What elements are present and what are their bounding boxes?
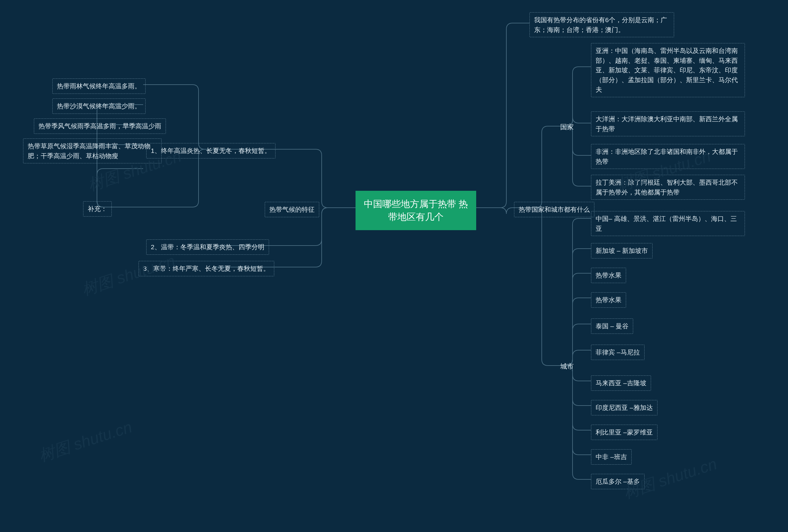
city-9[interactable]: 中非 –班吉 [591,449,632,465]
city-3[interactable]: 热带水果 [591,292,626,308]
branch-countries-cities[interactable]: 热带国家和城市都有什么 [514,202,594,217]
cities-label[interactable]: 城市 [560,362,574,371]
mindmap-canvas: 中国哪些地方属于热带 热带地区有几个 热带气候的特征 1、终年高温炎热、长夏无冬… [0,0,788,532]
country-latin[interactable]: 拉丁美洲：除了阿根廷、智利大部、墨西哥北部不属于热带外，其他都属于热带 [591,175,745,200]
watermark: 树图 shutu.cn [36,416,135,467]
branch-climate[interactable]: 热带气候的特征 [265,202,319,217]
supplement-1[interactable]: 热带雨林气候终年高温多雨。 [52,79,145,94]
city-10[interactable]: 厄瓜多尔 –基多 [591,474,645,489]
supplement-2[interactable]: 热带沙漠气候终年高温少雨。 [52,99,145,114]
climate-item-3[interactable]: 3、寒带：终年严寒、长冬无夏，春秋短暂。 [139,261,274,276]
country-africa[interactable]: 非洲：非洲地区除了北非诸国和南非外，大都属于热带 [591,144,745,169]
city-5[interactable]: 菲律宾 –马尼拉 [591,345,645,360]
city-7[interactable]: 印度尼西亚 –雅加达 [591,400,657,415]
supplement-4[interactable]: 热带草原气候湿季高温降雨丰富、草茂动物肥；干季高温少雨、草枯动物瘦 [23,139,162,163]
climate-item-1[interactable]: 1、终年高温炎热、长夏无冬，春秋短暂。 [146,143,275,159]
city-0[interactable]: 中国– 高雄、景洪、湛江（雷州半岛）、海口、三亚 [591,211,745,236]
city-2[interactable]: 热带水果 [591,268,626,283]
provinces[interactable]: 我国有热带分布的省份有6个，分别是云南；广东；海南；台湾；香港；澳门。 [529,12,674,37]
supplement-label[interactable]: 补充： [83,201,112,217]
supplement-3[interactable]: 热带季风气候雨季高温多雨，旱季高温少雨 [34,119,166,134]
center-topic[interactable]: 中国哪些地方属于热带 热带地区有几个 [356,191,476,230]
city-4[interactable]: 泰国 – 曼谷 [591,319,633,334]
country-asia[interactable]: 亚洲：中国（海南岛、雷州半岛以及云南和台湾南部）、越南、老挝、泰国、柬埔寨、缅甸… [591,43,745,97]
climate-item-2[interactable]: 2、温带：冬季温和夏季炎热、四季分明 [146,239,269,255]
city-8[interactable]: 利比里亚 –蒙罗维亚 [591,425,657,440]
city-6[interactable]: 马来西亚 –吉隆坡 [591,375,651,391]
city-1[interactable]: 新加坡 – 新加坡市 [591,243,653,259]
country-oceania[interactable]: 大洋洲：大洋洲除澳大利亚中南部、新西兰外全属于热带 [591,111,745,136]
countries-label[interactable]: 国家 [560,122,574,132]
